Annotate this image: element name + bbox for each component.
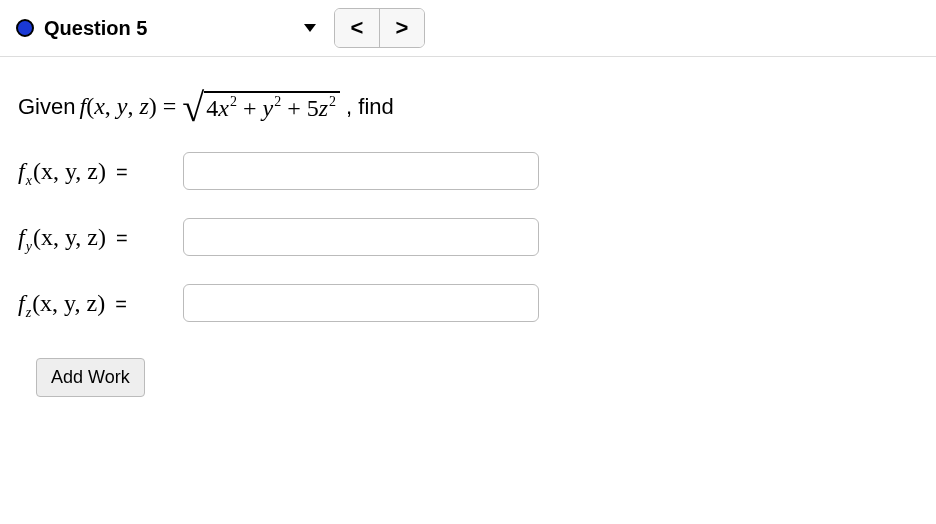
prompt-text: Given f(x, y, z) = √ 4x2 + y2 + 5z2 , fi… bbox=[18, 91, 918, 122]
input-fz[interactable] bbox=[183, 284, 539, 322]
chevron-down-icon bbox=[304, 24, 316, 32]
label-fy: fy(x, y, z) = bbox=[18, 224, 183, 251]
label-fx: fx(x, y, z) = bbox=[18, 158, 183, 185]
input-fx[interactable] bbox=[183, 152, 539, 190]
question-select-label-group: Question 5 bbox=[16, 17, 147, 40]
nav-group: < > bbox=[334, 8, 425, 48]
sqrt-expression: √ 4x2 + y2 + 5z2 bbox=[182, 91, 340, 122]
row-fy: fy(x, y, z) = bbox=[18, 218, 918, 256]
prompt-tail: , find bbox=[346, 94, 394, 120]
label-fz: fz(x, y, z) = bbox=[18, 290, 183, 317]
question-select[interactable]: Question 5 bbox=[14, 15, 322, 42]
next-button[interactable]: > bbox=[379, 9, 424, 47]
chevron-right-icon: > bbox=[396, 15, 409, 41]
prompt-function: f(x, y, z) = bbox=[79, 93, 176, 120]
row-fz: fz(x, y, z) = bbox=[18, 284, 918, 322]
top-bar: Question 5 < > bbox=[0, 0, 936, 57]
prev-button[interactable]: < bbox=[335, 9, 379, 47]
radical-icon: √ bbox=[182, 93, 204, 123]
input-fy[interactable] bbox=[183, 218, 539, 256]
status-dot-icon bbox=[16, 19, 34, 37]
chevron-left-icon: < bbox=[351, 15, 364, 41]
prompt-lead: Given bbox=[18, 94, 75, 120]
add-work-button[interactable]: Add Work bbox=[36, 358, 145, 397]
question-content: Given f(x, y, z) = √ 4x2 + y2 + 5z2 , fi… bbox=[0, 57, 936, 419]
question-label: Question 5 bbox=[44, 17, 147, 40]
row-fx: fx(x, y, z) = bbox=[18, 152, 918, 190]
radicand: 4x2 + y2 + 5z2 bbox=[204, 91, 340, 122]
